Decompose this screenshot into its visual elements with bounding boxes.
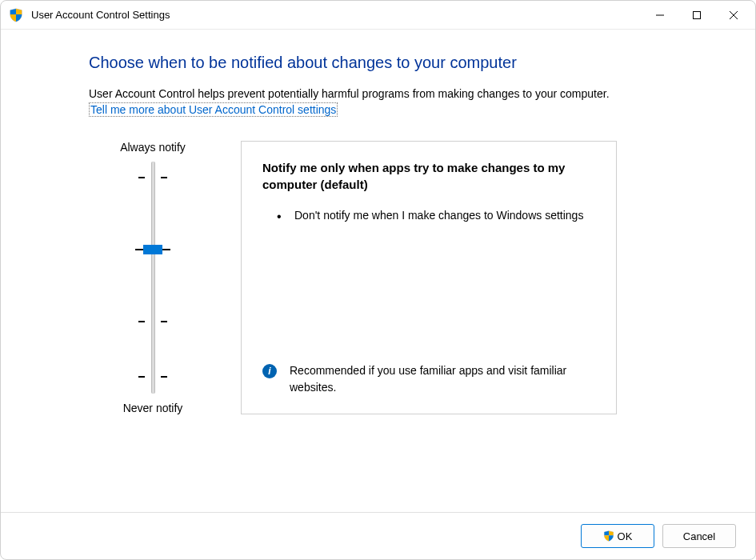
page-description: User Account Control helps prevent poten… [89, 86, 707, 102]
info-recommendation-text: Recommended if you use familiar apps and… [290, 362, 595, 396]
cancel-button[interactable]: Cancel [662, 524, 736, 548]
shield-icon [9, 8, 23, 22]
close-button[interactable] [715, 2, 752, 28]
notification-slider[interactable] [129, 162, 177, 394]
info-bullet-list: Don't notify me when I make changes to W… [262, 207, 595, 354]
titlebar: User Account Control Settings [1, 1, 755, 30]
info-panel: Notify me only when apps try to make cha… [241, 141, 617, 414]
info-recommendation-row: i Recommended if you use familiar apps a… [262, 362, 595, 396]
maximize-button[interactable] [678, 2, 715, 28]
window-controls [642, 2, 752, 28]
cancel-button-label: Cancel [683, 530, 715, 542]
minimize-button[interactable] [642, 2, 678, 28]
slider-column: Always notify Never notify [89, 141, 209, 414]
ok-button-label: OK [618, 530, 633, 542]
svg-rect-1 [694, 11, 701, 18]
button-bar: OK Cancel [1, 512, 755, 559]
slider-top-label: Always notify [120, 141, 186, 154]
content-area: Choose when to be notified about changes… [1, 30, 755, 512]
window-title: User Account Control Settings [31, 9, 642, 21]
page-heading: Choose when to be notified about changes… [89, 54, 707, 72]
slider-thumb[interactable] [143, 245, 162, 254]
ok-button[interactable]: OK [581, 524, 654, 548]
learn-more-link[interactable]: Tell me more about User Account Control … [89, 102, 338, 117]
shield-icon [603, 530, 614, 542]
info-icon: i [262, 364, 277, 378]
slider-bottom-label: Never notify [123, 402, 183, 414]
info-title: Notify me only when apps try to make cha… [262, 159, 595, 193]
info-bullet: Don't notify me when I make changes to W… [277, 207, 595, 224]
settings-row: Always notify Never notify Notify me onl… [89, 141, 707, 414]
